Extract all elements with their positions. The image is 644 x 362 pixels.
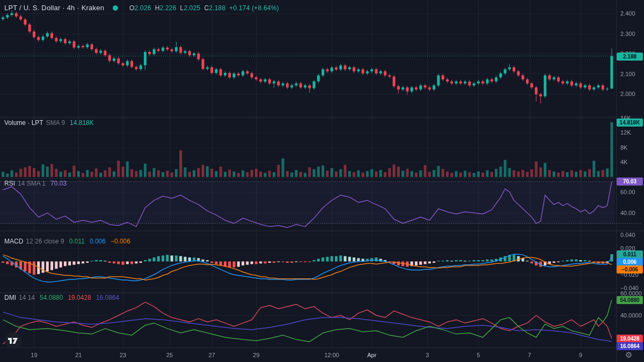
axis-tick-label: 12K	[620, 129, 631, 136]
macd-line-value: 0.006	[90, 238, 106, 245]
rsi-legend-params: 14 SMA 1	[18, 180, 46, 187]
axis-tick-label: 2.300	[620, 31, 635, 37]
time-axis-label: 7	[528, 352, 531, 358]
time-axis-label: 3	[426, 352, 429, 358]
time-axis-label: 27	[209, 352, 215, 358]
dmi-legend-title[interactable]: DMI	[4, 294, 16, 301]
ohlc-open-label: O	[129, 4, 135, 12]
adx-badge: 16.0864	[617, 342, 643, 350]
tradingview-logo[interactable]	[3, 330, 24, 351]
ohlc-close-value: 2.188	[209, 4, 225, 12]
time-axis-label: 9	[579, 352, 582, 358]
macd-legend-params: 12 26 close 9	[26, 238, 64, 245]
market-status-icon[interactable]	[113, 5, 118, 11]
time-axis-label: Apr	[367, 352, 376, 358]
axis-tick-label: 60.00	[620, 189, 635, 195]
dmi-legend-params: 14 14	[19, 294, 35, 301]
axis-tick-label: 40.0000	[620, 312, 642, 319]
macd-signal-value: −0.006	[111, 238, 130, 245]
macd-legend: MACD12 26 close 90.0110.006−0.006	[4, 238, 130, 245]
volume-badge: 14.818K	[617, 119, 643, 127]
symbol-title[interactable]: LPT / U. S. Dollar · 4h · Kraken	[4, 4, 104, 12]
macd-badge: 0.006	[617, 258, 643, 266]
rsi-legend: RSI14 SMA 170.03	[4, 180, 67, 187]
settings-gear-icon[interactable]: ⚙	[625, 350, 632, 360]
volume-legend-title[interactable]: Volume · LPT	[4, 119, 43, 127]
ohlc-high-value: 2.226	[160, 4, 177, 12]
ohlc-open-value: 2.026	[135, 4, 151, 12]
ohlc-close-label: C	[204, 4, 209, 12]
time-axis-label: 12:00	[324, 352, 339, 358]
di-plus-badge: 54.0880	[617, 296, 643, 304]
time-axis-label: 5	[477, 352, 480, 358]
ohlc-high-label: H	[155, 4, 160, 12]
macd-legend-title[interactable]: MACD	[4, 238, 23, 245]
di-minus-badge: 19.0428	[617, 335, 643, 343]
hist-badge: 0.011	[617, 250, 643, 258]
axis-tick-label: 40.00	[620, 210, 635, 216]
chart-canvas[interactable]	[0, 0, 644, 362]
symbol-legend: LPT / U. S. Dollar · 4h · KrakenO2.026H2…	[4, 4, 279, 12]
rsi-badge: 70.03	[617, 178, 643, 186]
volume-legend-params: SMA 9	[46, 119, 65, 127]
time-axis-label: 21	[75, 352, 82, 358]
time-axis-label: 23	[120, 352, 126, 358]
dmi-legend: DMI14 1454.088019.042816.0864	[4, 294, 119, 301]
time-axis-label: 25	[166, 352, 173, 358]
dmi-adx-value: 16.0864	[96, 294, 119, 301]
dmi-plus-value: 54.0880	[40, 294, 63, 301]
axis-tick-label: 2.400	[620, 10, 635, 17]
change-value: +0.174 (+8.64%)	[229, 4, 279, 12]
price-badge: 2.188	[617, 53, 643, 61]
macd-hist-value: 0.011	[69, 238, 85, 245]
axis-tick-label: 0.040	[620, 232, 635, 238]
ohlc-low-value: 2.025	[184, 4, 200, 12]
volume-legend-value: 14.818K	[70, 119, 94, 127]
signal-badge: −0.006	[617, 265, 643, 274]
time-axis-label: 19	[31, 352, 37, 358]
rsi-legend-value: 70.03	[50, 180, 67, 187]
axis-tick-label: 4K	[620, 159, 627, 165]
axis-tick-label: 8K	[620, 144, 627, 151]
chart-window: LPT / U. S. Dollar · 4h · KrakenO2.026H2…	[0, 0, 644, 362]
time-axis-label: 29	[253, 352, 259, 358]
dmi-minus-value: 19.0428	[68, 294, 91, 301]
axis-tick-label: 2.000	[620, 91, 635, 97]
volume-legend: Volume · LPTSMA 914.818K	[4, 119, 94, 127]
axis-tick-label: 2.100	[620, 71, 635, 77]
rsi-legend-title[interactable]: RSI	[4, 180, 15, 187]
